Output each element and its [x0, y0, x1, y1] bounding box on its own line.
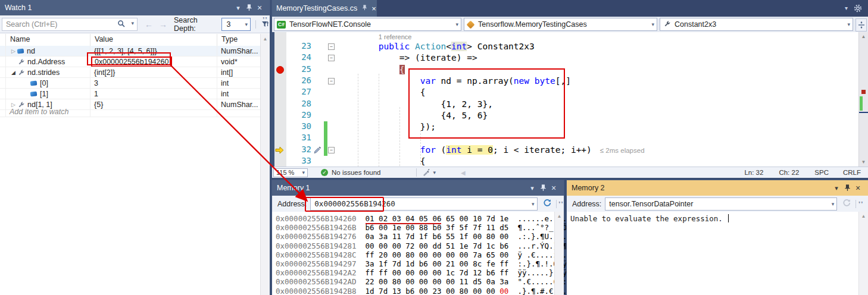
watch-row[interactable]: [0]3int	[0, 78, 260, 89]
fold-collapse-box[interactable]: −	[328, 147, 335, 153]
scroll-up-icon[interactable]: ▲	[261, 34, 270, 42]
watch-name-cell[interactable]: nd.Address	[6, 57, 90, 67]
memory-row[interactable]: 0x000002556B194281 00 00 00 72 00 dd 51 …	[276, 241, 545, 250]
watch-type-cell[interactable]: int	[217, 89, 260, 99]
watch-row[interactable]: ◢nd.strides{int[2]}int[]	[0, 67, 260, 78]
code-line[interactable]	[337, 133, 858, 144]
memory2-content[interactable]: Unable to evaluate the expression.	[567, 212, 859, 295]
fold-collapse-box[interactable]: −	[328, 55, 335, 61]
watch-add-row[interactable]: Add item to watch	[0, 106, 260, 117]
perf-tip[interactable]: ≤ 2ms elapsed	[600, 147, 645, 154]
tab-close-icon[interactable]: ×	[371, 4, 376, 13]
search-back-icon[interactable]: ←	[142, 20, 156, 29]
memory-row[interactable]: 0x000002556B194260 01 02 03 04 05 06 65 …	[276, 214, 545, 223]
watch-value-cell[interactable]: 1	[90, 89, 217, 99]
scroll-down-icon[interactable]: ▼	[859, 159, 868, 165]
format-broom-icon[interactable]	[421, 168, 430, 177]
expanded-expander-icon[interactable]: ◢	[10, 70, 17, 76]
memory-row[interactable]: 0x000002556B19426B b6 00 1e 00 88 b0 3f …	[276, 223, 545, 232]
col-header-value[interactable]: Value	[90, 34, 217, 46]
toolbar-overflow-grip[interactable]: ❜❜	[858, 200, 863, 207]
watch-type-cell[interactable]: int	[217, 78, 260, 88]
code-line[interactable]: {	[337, 87, 858, 98]
watch-row[interactable]: nd.Address0x000002556b194260void*	[0, 57, 260, 67]
pin-icon[interactable]	[243, 3, 254, 12]
watch-row[interactable]: ▷nd{[[1, 2, 3], [4, 5, 6]]}NumShar...	[0, 46, 260, 57]
watch-name-cell[interactable]: ◢nd.strides	[6, 67, 90, 77]
memory1-hex-dump[interactable]: 0x000002556B194260 01 02 03 04 05 06 65 …	[272, 212, 555, 295]
codelens-references[interactable]: 1 reference	[379, 33, 412, 40]
window-position-chevron-icon[interactable]: ▾	[527, 183, 538, 193]
split-editor-button[interactable]	[855, 18, 867, 32]
search-options-chevron-icon[interactable]: ▾	[131, 20, 134, 26]
tab-list-chevron-icon[interactable]: ▾	[845, 5, 848, 11]
code-line[interactable]: {1, 2, 3},	[337, 99, 858, 110]
memory-row[interactable]: 0x000002556B1942A2 ff ff 00 00 00 00 1c …	[276, 268, 545, 277]
watch-type-cell[interactable]: void*	[217, 57, 260, 67]
pin-icon[interactable]	[842, 183, 853, 193]
memory-row[interactable]: 0x000002556B19428C ff 20 00 80 00 00 00 …	[276, 250, 545, 259]
memory-row[interactable]: 0x000002556B194276 0a 3a 11 7d 1f b6 55 …	[276, 232, 545, 241]
tab-pin-icon[interactable]	[362, 4, 367, 12]
watch-name-cell[interactable]: [1]	[6, 89, 90, 99]
project-dropdown[interactable]: C# TensorFlowNET.Console ▾	[274, 18, 461, 31]
collapsed-expander-icon[interactable]: ▷	[10, 48, 17, 54]
watch-name-cell[interactable]: ▷nd	[6, 46, 90, 56]
close-icon[interactable]: ×	[548, 183, 559, 193]
memory2-address-input[interactable]: tensor.TensorDataPointer ▾	[605, 197, 837, 211]
memory1-address-input[interactable]: 0x000002556B194260 ▾	[310, 197, 537, 211]
watch-scrollbar[interactable]: ▲	[260, 34, 270, 295]
breakpoint-icon[interactable]	[276, 66, 284, 74]
editor-vertical-scrollbar[interactable]: ▲ ▼	[858, 32, 868, 167]
pin-icon[interactable]	[538, 183, 548, 193]
scroll-up-icon[interactable]: ▲	[555, 212, 564, 219]
code-area[interactable]: 231 reference− public Action<int> Consta…	[272, 32, 868, 167]
watch-value-cell[interactable]: 3	[90, 78, 217, 88]
watch-value-cell[interactable]: {[[1, 2, 3], [4, 5, 6]]}	[90, 46, 217, 56]
class-dropdown[interactable]: Tensorflow.MemoryTestingCases ▾	[464, 18, 657, 31]
close-icon[interactable]: ×	[254, 3, 265, 12]
health-check-icon[interactable]: ✓	[321, 169, 328, 176]
watch-value-cell[interactable]: {int[2]}	[90, 67, 217, 77]
memory-row[interactable]: 0x000002556B194297 3a 1f 7d 1d b6 00 21 …	[276, 259, 545, 268]
memory1-titlebar[interactable]: Memory 1 ▾ ×	[272, 180, 564, 196]
watch-titlebar[interactable]: Watch 1 ▾ ×	[0, 0, 270, 15]
memory2-scrollbar[interactable]: ▲	[858, 212, 868, 295]
code-line[interactable]: for (int i = 0; i < iterate; i++)≤ 2ms e…	[337, 145, 858, 156]
code-line[interactable]: var nd = np.array(new byte[,]	[337, 76, 858, 87]
col-header-type[interactable]: Type	[217, 34, 260, 46]
hscroll-left-icon[interactable]: ◀	[461, 170, 466, 176]
watch-type-cell[interactable]: NumShar...	[217, 46, 260, 56]
fold-collapse-box[interactable]: −	[328, 43, 335, 50]
search-icon[interactable]	[117, 20, 126, 30]
fold-collapse-box[interactable]: −	[328, 78, 335, 84]
code-line[interactable]: => (iterate) =>	[337, 52, 858, 64]
gear-icon[interactable]	[854, 4, 862, 14]
refresh-icon[interactable]	[543, 199, 551, 209]
watch-type-cell[interactable]: int[]	[217, 67, 260, 77]
code-line[interactable]: {	[337, 156, 858, 167]
current-statement-arrow-icon[interactable]	[275, 146, 284, 156]
code-line[interactable]: });	[337, 121, 858, 133]
toolbar-overflow-grip[interactable]: ❜❜	[263, 16, 268, 23]
code-line[interactable]: public Action<int> Constant2x3	[337, 41, 858, 52]
watch-row[interactable]: [1]1int	[0, 89, 260, 99]
zoom-dropdown[interactable]: 115 % ▾	[273, 168, 308, 177]
col-header-name[interactable]: Name	[6, 34, 90, 46]
close-icon[interactable]: ×	[853, 183, 863, 193]
memory-row[interactable]: 0x000002556B1942B8 1d 7d 13 b6 00 23 00 …	[276, 287, 545, 295]
window-position-chevron-icon[interactable]: ▾	[233, 3, 243, 12]
broom-options-chevron-icon[interactable]: ▾	[433, 170, 436, 175]
scroll-up-icon[interactable]: ▲	[859, 32, 868, 39]
document-tab[interactable]: MemoryTestingCases.cs ×	[272, 0, 377, 17]
search-depth-dropdown[interactable]: 3 ▾	[221, 18, 251, 31]
watch-value-cell[interactable]: 0x000002556b194260	[90, 57, 217, 67]
memory-row[interactable]: 0x000002556B1942AD 22 00 80 00 00 00 00 …	[276, 277, 545, 286]
code-line[interactable]: {4, 5, 6}	[337, 110, 858, 121]
watch-name-cell[interactable]: [0]	[6, 78, 90, 88]
window-position-chevron-icon[interactable]: ▾	[831, 183, 842, 193]
memory2-titlebar[interactable]: Memory 2 ▾ ×	[567, 180, 868, 196]
member-dropdown[interactable]: Constant2x3 ▾	[660, 18, 853, 31]
toolbar-overflow-grip[interactable]: ❜❜	[559, 200, 564, 207]
search-forward-icon[interactable]: →	[156, 20, 170, 29]
